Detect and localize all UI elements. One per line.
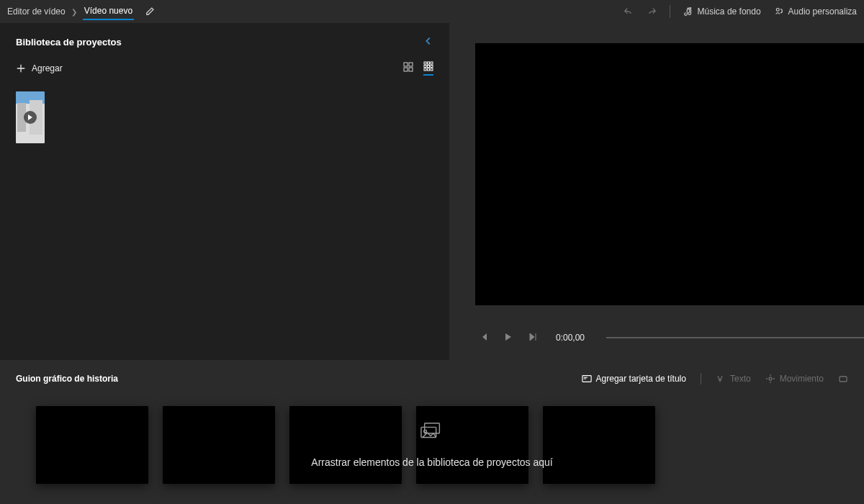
custom-audio-button[interactable]: Audio personaliza — [774, 6, 857, 17]
breadcrumb-root[interactable]: Editor de vídeo — [7, 6, 66, 17]
view-large-grid-button[interactable] — [403, 62, 413, 75]
view-small-grid-button[interactable] — [423, 61, 433, 76]
timecode: 0:00,00 — [556, 333, 585, 343]
storyboard-strip[interactable]: Arrastrar elementos de la biblioteca de … — [16, 406, 848, 484]
content-row: Biblioteca de proyectos Agregar — [0, 23, 864, 360]
collapse-panel-button[interactable] — [423, 36, 433, 48]
separator — [701, 373, 701, 384]
storyboard-slot[interactable] — [36, 406, 148, 484]
svg-rect-16 — [840, 377, 847, 382]
library-items — [16, 91, 433, 143]
play-overlay-icon — [24, 111, 37, 124]
background-music-button[interactable]: Música de fondo — [683, 6, 761, 17]
library-title: Biblioteca de proyectos — [16, 37, 122, 48]
svg-rect-3 — [404, 68, 408, 71]
seek-slider[interactable] — [606, 337, 864, 338]
custom-audio-label: Audio personaliza — [788, 6, 857, 17]
storyboard-slot[interactable] — [289, 406, 402, 484]
text-tool-label: Texto — [730, 374, 751, 384]
storyboard-slot[interactable] — [543, 406, 655, 484]
add-title-card-label: Agregar tarjeta de título — [596, 374, 686, 384]
svg-rect-13 — [431, 68, 433, 71]
svg-rect-6 — [428, 62, 430, 64]
svg-point-15 — [769, 377, 772, 380]
player-controls: 0:00,00 — [475, 331, 864, 344]
preview-pane: 0:00,00 — [449, 23, 864, 360]
undo-button[interactable] — [624, 6, 634, 17]
preview-canvas[interactable] — [475, 43, 864, 305]
separator — [670, 5, 670, 18]
breadcrumb: Editor de vídeo ❯ Vídeo nuevo — [7, 3, 156, 20]
svg-rect-4 — [409, 68, 413, 71]
library-item[interactable] — [16, 91, 45, 143]
svg-rect-1 — [404, 63, 408, 66]
add-media-label: Agregar — [32, 63, 63, 73]
add-media-button[interactable]: Agregar — [16, 63, 63, 73]
previous-frame-button[interactable] — [480, 331, 488, 344]
svg-rect-5 — [424, 62, 426, 64]
motion-tool-button[interactable]: Movimiento — [765, 374, 824, 384]
add-title-card-button[interactable]: Agregar tarjeta de título — [582, 374, 686, 384]
breadcrumb-current[interactable]: Vídeo nuevo — [83, 3, 134, 20]
svg-rect-10 — [431, 66, 433, 68]
play-button[interactable] — [504, 331, 513, 344]
storyboard-slot[interactable] — [163, 406, 275, 484]
svg-rect-8 — [424, 66, 426, 68]
svg-rect-9 — [428, 66, 430, 68]
svg-point-0 — [776, 8, 779, 11]
pencil-icon[interactable] — [145, 6, 156, 18]
storyboard-slot[interactable] — [416, 406, 528, 484]
topbar: Editor de vídeo ❯ Vídeo nuevo Música de … — [0, 0, 864, 23]
chevron-right-icon: ❯ — [71, 8, 77, 16]
redo-button[interactable] — [647, 6, 657, 17]
storyboard-title: Guion gráfico de historia — [16, 374, 118, 384]
motion-tool-label: Movimiento — [780, 374, 824, 384]
svg-rect-7 — [431, 62, 433, 64]
more-tool-button[interactable] — [838, 374, 848, 384]
svg-rect-11 — [424, 68, 426, 71]
next-frame-button[interactable] — [528, 331, 537, 344]
svg-rect-2 — [409, 63, 413, 66]
storyboard-panel: Guion gráfico de historia Agregar tarjet… — [0, 360, 864, 504]
text-tool-button[interactable]: Texto — [716, 374, 751, 384]
background-music-label: Música de fondo — [698, 6, 761, 17]
project-library-panel: Biblioteca de proyectos Agregar — [0, 23, 449, 360]
svg-rect-12 — [428, 68, 430, 71]
